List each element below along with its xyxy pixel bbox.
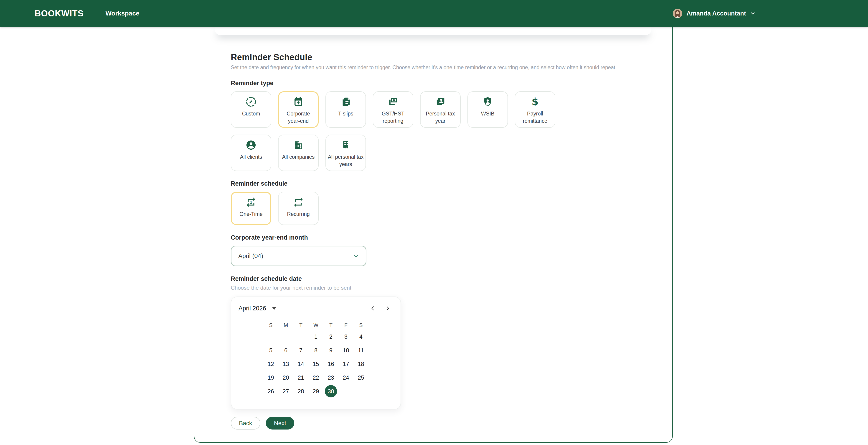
day-of-week-header: W	[308, 321, 323, 330]
document-copy-icon	[340, 96, 351, 108]
calendar-empty-cell	[278, 330, 293, 344]
day-of-week-header: T	[323, 321, 338, 330]
option-label: Personal tax year	[423, 110, 458, 125]
calendar-day-23[interactable]: 23	[323, 371, 338, 384]
option-label: Custom	[242, 110, 260, 117]
user-name: Amanda Accountant	[686, 10, 746, 17]
calendar-day-11[interactable]: 11	[353, 344, 368, 357]
repeat-one-icon: 1	[245, 196, 257, 208]
page-title: Reminder Schedule	[231, 52, 645, 62]
previous-card-bottom-edge	[215, 27, 651, 35]
reminder-type-option-payroll-remittance[interactable]: $Payroll remittance	[515, 91, 555, 128]
svg-text:1: 1	[250, 200, 252, 205]
calendar-month-selector[interactable]: April 2026	[239, 305, 276, 312]
calendar-day-14[interactable]: 14	[293, 357, 308, 371]
payments-icon	[388, 96, 399, 108]
year-end-month-value: April (04)	[238, 253, 263, 260]
calendar-day-9[interactable]: 9	[323, 344, 338, 357]
calendar-day-7[interactable]: 7	[293, 344, 308, 357]
option-label: One-Time	[240, 210, 262, 218]
calendar-day-17[interactable]: 17	[338, 357, 353, 371]
day-of-week-header: T	[293, 321, 308, 330]
calendar-day-29[interactable]: 29	[308, 384, 323, 398]
person-card-icon	[435, 96, 446, 108]
calendar-day-27[interactable]: 27	[278, 384, 293, 398]
reminder-type-option-wsib[interactable]: WSIB	[467, 91, 508, 128]
option-label: WSIB	[481, 110, 495, 117]
account-circle-icon	[245, 139, 257, 151]
reminder-type-option-all-companies[interactable]: All companies	[278, 135, 319, 171]
calendar-empty-cell	[353, 384, 368, 398]
calendar-day-10[interactable]: 10	[338, 344, 353, 357]
previous-month-button[interactable]	[370, 305, 376, 312]
calendar-day-3[interactable]: 3	[338, 330, 353, 344]
reminder-type-option-all-clients[interactable]: All clients	[231, 135, 271, 171]
user-menu[interactable]: Amanda Accountant	[673, 0, 755, 27]
calendar-day-21[interactable]: 21	[293, 371, 308, 384]
brand-logo[interactable]: BOOKWITS	[35, 9, 84, 19]
chevron-left-icon	[370, 305, 376, 311]
calendar-day-20[interactable]: 20	[278, 371, 293, 384]
calendar-day-12[interactable]: 12	[263, 357, 278, 371]
reminder-schedule-option-recurring[interactable]: Recurring	[278, 192, 319, 225]
option-label: Corporate year-end	[280, 110, 316, 125]
option-label: All companies	[282, 153, 314, 160]
shield-person-icon	[482, 96, 493, 108]
reminder-schedule-options: 1One-TimeRecurring	[231, 192, 567, 225]
calendar-day-30[interactable]: 30	[323, 384, 338, 398]
day-of-week-header: S	[353, 321, 368, 330]
dropdown-caret-icon	[272, 307, 276, 310]
back-button[interactable]: Back	[231, 417, 260, 429]
next-button[interactable]: Next	[266, 417, 294, 429]
calendar-day-22[interactable]: 22	[308, 371, 323, 384]
repeat-icon	[293, 196, 304, 208]
calendar-day-25[interactable]: 25	[353, 371, 368, 384]
reminder-type-option-all-personal-tax-years[interactable]: All personal tax years	[326, 135, 366, 171]
chevron-down-icon	[352, 253, 359, 259]
avatar	[673, 9, 682, 18]
option-label: All clients	[240, 153, 262, 160]
calendar-empty-cell	[338, 384, 353, 398]
reminder-type-option-corporate-year-end[interactable]: Corporate year-end	[278, 91, 319, 128]
year-end-month-label: Corporate year-end month	[231, 234, 645, 241]
calendar-day-24[interactable]: 24	[338, 371, 353, 384]
calendar-day-4[interactable]: 4	[353, 330, 368, 344]
schedule-date-hint: Choose the date for your next reminder t…	[231, 285, 645, 291]
calendar-day-2[interactable]: 2	[323, 330, 338, 344]
date-picker: April 2026 SMTWTFS 123456789101112131415…	[231, 297, 401, 410]
next-month-button[interactable]	[384, 305, 391, 312]
calendar-empty-cell	[293, 330, 308, 344]
reminder-schedule-option-one-time[interactable]: 1One-Time	[231, 192, 271, 225]
schedule-date-label: Reminder schedule date	[231, 275, 645, 283]
calendar-day-8[interactable]: 8	[308, 344, 323, 357]
day-of-week-header: S	[263, 321, 278, 330]
reminder-type-option-t-slips[interactable]: T-slips	[326, 91, 366, 128]
calendar-day-15[interactable]: 15	[308, 357, 323, 371]
svg-text:$: $	[532, 96, 538, 107]
option-label: Payroll remittance	[517, 110, 553, 125]
chevron-down-icon	[750, 11, 755, 16]
calendar-day-28[interactable]: 28	[293, 384, 308, 398]
nav-workspace[interactable]: Workspace	[105, 10, 139, 17]
option-label: Recurring	[287, 210, 310, 218]
day-of-week-header: M	[278, 321, 293, 330]
calendar-day-19[interactable]: 19	[263, 371, 278, 384]
calendar-day-13[interactable]: 13	[278, 357, 293, 371]
reminder-type-option-custom[interactable]: Custom	[231, 91, 271, 128]
year-end-month-select[interactable]: April (04)	[231, 246, 366, 266]
calendar-day-18[interactable]: 18	[353, 357, 368, 371]
calendar-day-5[interactable]: 5	[263, 344, 278, 357]
reminder-type-option-gst-hst-reporting[interactable]: GST/HST reporting	[373, 91, 413, 128]
reminder-type-label: Reminder type	[231, 80, 645, 87]
page-subtitle: Set the date and frequency for when you …	[231, 64, 645, 70]
top-bar: BOOKWITS Workspace Amanda Accountant	[0, 0, 868, 27]
calendar-star-icon	[293, 96, 304, 108]
reminder-schedule-label: Reminder schedule	[231, 180, 645, 187]
calendar-day-26[interactable]: 26	[263, 384, 278, 398]
calendar-day-1[interactable]: 1	[308, 330, 323, 344]
building-icon	[293, 139, 304, 151]
calendar-empty-cell	[263, 330, 278, 344]
calendar-day-6[interactable]: 6	[278, 344, 293, 357]
reminder-type-option-personal-tax-year[interactable]: Personal tax year	[420, 91, 461, 128]
calendar-day-16[interactable]: 16	[323, 357, 338, 371]
